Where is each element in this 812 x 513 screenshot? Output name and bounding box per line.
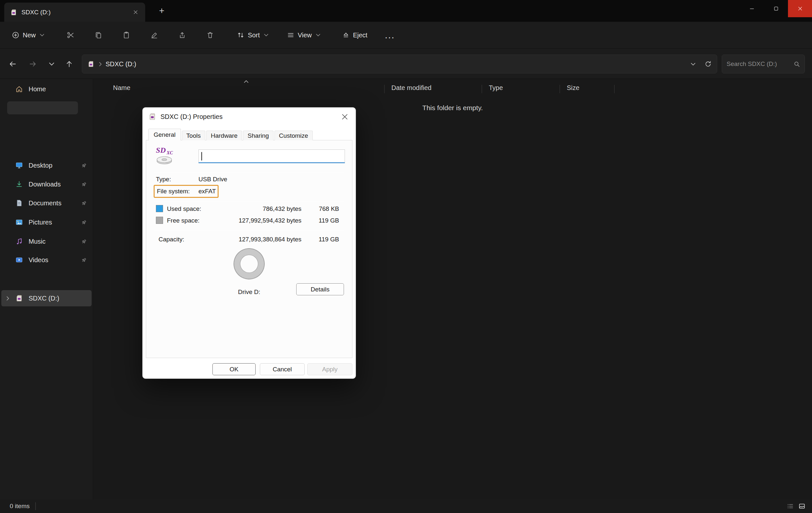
text-caret [201, 152, 202, 161]
music-icon [14, 237, 24, 245]
column-header-size[interactable]: Size [567, 84, 579, 92]
status-divider [35, 502, 36, 510]
rename-button[interactable] [145, 26, 163, 44]
capacity-size: 119 GB [319, 236, 339, 243]
minimize-button[interactable] [740, 0, 764, 17]
search-icon [793, 61, 800, 67]
downloads-icon [14, 180, 24, 188]
ok-button[interactable]: OK [212, 363, 256, 375]
pictures-icon [14, 218, 24, 226]
volume-label-input[interactable] [199, 149, 345, 163]
tab-tools[interactable]: Tools [182, 131, 205, 140]
search-box[interactable] [722, 55, 805, 74]
recent-locations-button[interactable] [44, 56, 60, 72]
maximize-button[interactable] [764, 0, 788, 17]
details-button[interactable]: Details [296, 283, 344, 295]
explorer-tab[interactable]: SDXC (D:) [4, 3, 145, 22]
cut-button[interactable] [61, 26, 80, 44]
navigation-pane: Home Desktop Downloads [0, 79, 93, 500]
pin-icon [81, 257, 87, 263]
share-button[interactable] [173, 26, 191, 44]
sd-card-icon [10, 9, 17, 16]
breadcrumb-bar[interactable]: SDXC (D:) [82, 55, 717, 74]
column-separator[interactable] [560, 85, 560, 93]
tab-customize[interactable]: Customize [274, 131, 313, 140]
home-icon [14, 85, 24, 93]
details-view-toggle-icon[interactable] [787, 503, 794, 510]
pin-icon [81, 219, 87, 226]
column-header-type[interactable]: Type [489, 84, 503, 92]
used-space-label: Used space: [167, 205, 201, 212]
new-button[interactable]: New [7, 28, 49, 42]
used-space-bytes: 786,432 bytes [263, 205, 301, 212]
address-dropdown-icon[interactable] [691, 63, 695, 66]
free-space-bytes: 127,992,594,432 bytes [239, 217, 301, 224]
share-icon [178, 31, 186, 39]
refresh-icon[interactable] [704, 60, 712, 67]
tab-hardware[interactable]: Hardware [206, 131, 242, 140]
column-header-name[interactable]: Name [113, 84, 130, 92]
column-separator[interactable] [482, 85, 482, 93]
eject-button-label: Eject [353, 31, 367, 39]
sidebar-item-label: Downloads [29, 181, 81, 188]
column-separator[interactable] [614, 85, 614, 93]
sidebar-item-downloads[interactable]: Downloads [1, 176, 92, 192]
tab-close-icon[interactable] [130, 7, 141, 18]
separator [154, 202, 344, 202]
sidebar-item-label: Videos [29, 256, 81, 264]
cancel-button[interactable]: Cancel [260, 363, 304, 375]
breadcrumb-item[interactable]: SDXC (D:) [106, 60, 136, 68]
documents-icon [14, 199, 24, 207]
delete-button[interactable] [201, 26, 219, 44]
close-window-button[interactable] [788, 0, 812, 17]
sd-card-icon [87, 60, 94, 67]
pin-icon [81, 238, 87, 245]
tab-sharing[interactable]: Sharing [243, 131, 273, 140]
sidebar-loading-placeholder [7, 102, 78, 114]
chevron-right-icon[interactable] [1, 296, 14, 301]
sidebar-item-sdxc-drive[interactable]: SDXC (D:) [1, 290, 92, 306]
tab-general[interactable]: General [148, 129, 181, 140]
copy-button[interactable] [89, 26, 108, 44]
title-bar: SDXC (D:) + [0, 0, 812, 22]
back-button[interactable] [4, 56, 21, 72]
plus-circle-icon [12, 31, 19, 39]
sidebar-item-label: Pictures [29, 219, 81, 226]
new-tab-button[interactable]: + [156, 5, 168, 17]
eject-button[interactable]: Eject [338, 28, 372, 42]
dialog-title: SDXC (D:) Properties [161, 113, 223, 120]
pin-icon [81, 200, 87, 206]
sidebar-item-home[interactable]: Home [1, 81, 92, 97]
sidebar-item-label: Documents [29, 199, 81, 207]
svg-text:XC: XC [166, 150, 173, 155]
large-icons-view-toggle-icon[interactable] [799, 503, 806, 510]
status-bar: 0 items [0, 500, 812, 513]
sidebar-item-pictures[interactable]: Pictures [1, 215, 92, 230]
column-separator[interactable] [384, 85, 384, 93]
eject-icon [342, 31, 349, 39]
see-more-button[interactable]: ... [381, 26, 399, 44]
dialog-close-button[interactable] [340, 111, 350, 122]
view-button-label: View [298, 31, 312, 39]
dialog-title-bar[interactable]: SDXC (D:) Properties [143, 108, 356, 126]
sidebar-item-label: Music [29, 238, 81, 245]
view-button[interactable]: View [282, 28, 325, 42]
search-input[interactable] [727, 60, 791, 67]
address-bar: SDXC (D:) [0, 49, 812, 79]
sidebar-item-documents[interactable]: Documents [1, 195, 92, 211]
sidebar-item-music[interactable]: Music [1, 234, 92, 249]
sidebar-item-desktop[interactable]: Desktop [1, 158, 92, 173]
new-button-label: New [23, 31, 36, 39]
svg-text:SD: SD [156, 146, 166, 154]
sort-button[interactable]: Sort [232, 28, 273, 42]
sort-button-label: Sort [248, 31, 260, 39]
column-header-date-modified[interactable]: Date modified [392, 84, 431, 92]
sidebar-item-label: Home [29, 85, 92, 93]
sidebar-item-videos[interactable]: Videos [1, 252, 92, 268]
up-button[interactable] [61, 56, 77, 72]
forward-button[interactable] [25, 56, 41, 72]
pin-icon [81, 181, 87, 188]
paste-button[interactable] [117, 26, 136, 44]
free-space-swatch [156, 217, 163, 224]
copy-icon [94, 31, 102, 39]
